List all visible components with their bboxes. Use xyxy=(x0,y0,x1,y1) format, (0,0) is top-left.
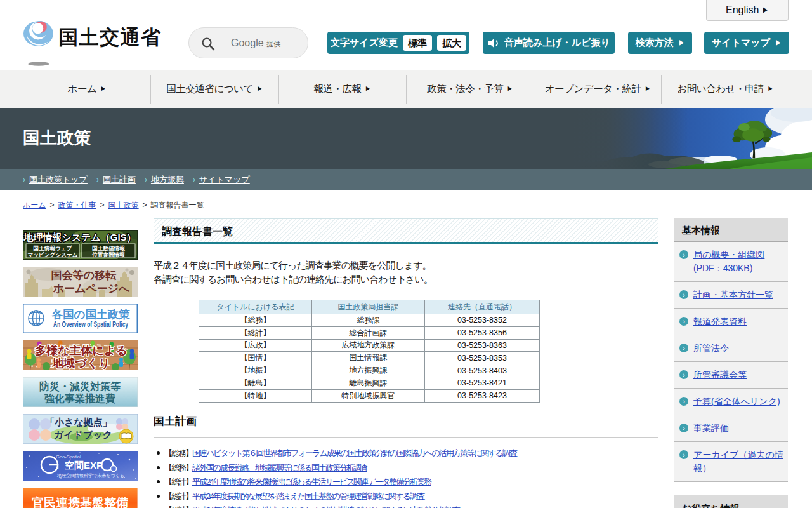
svg-text:空間EXP: 空間EXP xyxy=(65,460,103,471)
svg-text:地理空間情報科学で未来をつくる: 地理空間情報科学で未来をつくる xyxy=(56,473,124,478)
svg-text:国土情報ウェブ: 国土情報ウェブ xyxy=(34,245,73,251)
svg-text:「小さな拠点」: 「小さな拠点」 xyxy=(45,417,112,428)
svg-text:国会等の移転: 国会等の移転 xyxy=(51,269,116,281)
svg-text:地理情報システム（GIS）: 地理情報システム（GIS） xyxy=(23,232,136,243)
svg-text:マッピングシステム: マッピングシステム xyxy=(27,251,77,258)
svg-text:Geo-Spatial: Geo-Spatial xyxy=(56,454,81,460)
svg-text:防災・減災対策等: 防災・減災対策等 xyxy=(39,380,121,392)
svg-text:国土数値情報: 国土数値情報 xyxy=(92,245,125,251)
svg-text:ガイドブック: ガイドブック xyxy=(54,429,112,440)
svg-text:官民連携基盤整備: 官民連携基盤整備 xyxy=(32,496,128,508)
svg-text:位置参照情報: 位置参照情報 xyxy=(91,251,125,258)
svg-text:ホームページへ: ホームページへ xyxy=(53,283,131,295)
svg-text:地域づくり: 地域づくり xyxy=(51,357,110,370)
svg-text:An Overview of Spatial Policy: An Overview of Spatial Policy xyxy=(53,321,128,329)
svg-text:強化事業推進費: 強化事業推進費 xyxy=(44,393,115,404)
svg-text:各国の国土政策: 各国の国土政策 xyxy=(51,308,130,321)
svg-text:多様な主体による: 多様な主体による xyxy=(35,344,128,357)
